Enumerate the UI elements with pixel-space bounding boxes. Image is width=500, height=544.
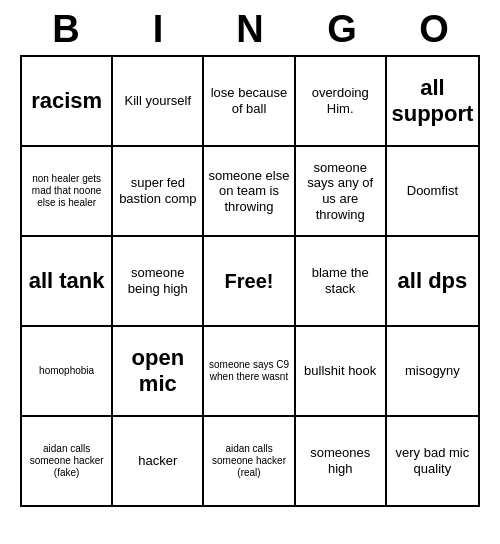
cell-4-0: aidan calls someone hacker (fake) [22, 417, 113, 505]
bingo-row: non healer gets mad that noone else is h… [22, 147, 478, 237]
cell-4-3: someones high [296, 417, 387, 505]
cell-2-2-free: Free! [204, 237, 295, 325]
cell-1-4: Doomfist [387, 147, 478, 235]
cell-3-1: open mic [113, 327, 204, 415]
letter-i: I [114, 8, 202, 51]
cell-0-0: racism [22, 57, 113, 145]
cell-3-0: homophobia [22, 327, 113, 415]
cell-3-3: bullshit hook [296, 327, 387, 415]
cell-2-3: blame the stack [296, 237, 387, 325]
cell-0-1: Kill yourself [113, 57, 204, 145]
cell-0-2: lose because of ball [204, 57, 295, 145]
bingo-row: aidan calls someone hacker (fake) hacker… [22, 417, 478, 505]
cell-4-4: very bad mic quality [387, 417, 478, 505]
cell-4-1: hacker [113, 417, 204, 505]
letter-o: O [390, 8, 478, 51]
cell-2-4: all dps [387, 237, 478, 325]
cell-2-1: someone being high [113, 237, 204, 325]
cell-1-0: non healer gets mad that noone else is h… [22, 147, 113, 235]
bingo-row: homophobia open mic someone says C9 when… [22, 327, 478, 417]
cell-1-1: super fed bastion comp [113, 147, 204, 235]
bingo-row: racism Kill yourself lose because of bal… [22, 57, 478, 147]
cell-1-3: someone says any of us are throwing [296, 147, 387, 235]
letter-n: N [206, 8, 294, 51]
bingo-header: B I N G O [20, 0, 480, 55]
letter-b: B [22, 8, 110, 51]
cell-1-2: someone else on team is throwing [204, 147, 295, 235]
cell-0-3: overdoing Him. [296, 57, 387, 145]
cell-2-0: all tank [22, 237, 113, 325]
cell-3-4: misogyny [387, 327, 478, 415]
cell-0-4: all support [387, 57, 478, 145]
bingo-grid: racism Kill yourself lose because of bal… [20, 55, 480, 507]
letter-g: G [298, 8, 386, 51]
cell-4-2: aidan calls someone hacker (real) [204, 417, 295, 505]
cell-3-2: someone says C9 when there wasnt [204, 327, 295, 415]
bingo-row: all tank someone being high Free! blame … [22, 237, 478, 327]
